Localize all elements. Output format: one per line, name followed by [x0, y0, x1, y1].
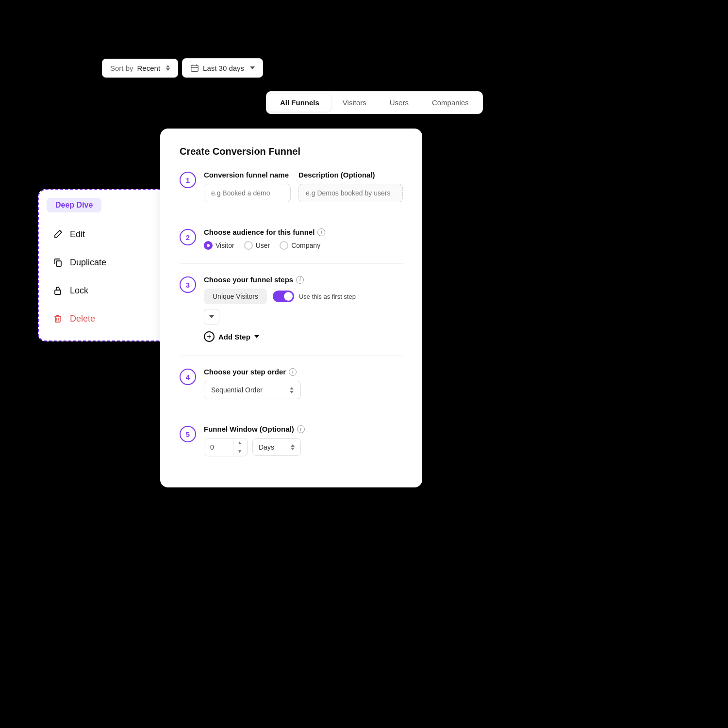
- lock-label: Lock: [70, 286, 88, 296]
- chevron-down-icon: [250, 66, 255, 69]
- add-step-label: Add Step: [218, 333, 250, 341]
- window-row: ▲ ▼ Days: [204, 438, 403, 456]
- step-4-circle: 4: [180, 369, 196, 385]
- unique-visitors-chip: Unique Visitors: [204, 289, 267, 304]
- card-header: Deep Dive: [47, 198, 165, 212]
- step-4-label: Choose your step order i: [204, 368, 403, 376]
- date-label: Last 30 days: [203, 64, 244, 72]
- form-panel: Create Conversion Funnel 1 Conversion fu…: [160, 129, 422, 487]
- description-input[interactable]: [298, 184, 403, 202]
- edit-icon: [52, 229, 63, 240]
- number-up-arrow[interactable]: ▲: [234, 438, 246, 447]
- collapse-step-button[interactable]: [204, 309, 219, 324]
- divider-3: [180, 356, 403, 356]
- duplicate-label: Duplicate: [70, 258, 106, 268]
- edit-label: Edit: [70, 229, 85, 240]
- step-2-circle: 2: [180, 229, 196, 245]
- description-label: Description (Optional): [298, 171, 403, 179]
- step-4-section: 4 Choose your step order i Sequential Or…: [180, 368, 403, 399]
- sort-label: Sort by: [110, 64, 133, 72]
- top-bar: Sort by Recent Last 30 days: [102, 58, 263, 78]
- visitor-radio[interactable]: [204, 241, 213, 250]
- window-value-field[interactable]: [204, 439, 233, 455]
- divider-4: [180, 413, 403, 413]
- select-arrows-icon: [290, 387, 294, 393]
- order-info-icon: i: [289, 368, 297, 376]
- user-option[interactable]: User: [244, 241, 270, 250]
- step-2-section: 2 Choose audience for this funnel i Visi…: [180, 228, 403, 250]
- svg-rect-4: [56, 261, 61, 266]
- chevron-down-icon: [209, 315, 214, 318]
- lock-icon: [52, 285, 63, 296]
- step-3-section: 3 Choose your funnel steps i Unique Visi…: [180, 275, 403, 342]
- trash-icon: [52, 313, 63, 324]
- step-1-circle: 1: [180, 172, 196, 188]
- duplicate-menu-item[interactable]: Duplicate: [47, 248, 165, 276]
- sort-value: Recent: [137, 64, 161, 72]
- toggle-group: Use this as first step: [273, 291, 356, 302]
- calendar-icon: [190, 64, 199, 72]
- svg-rect-0: [191, 65, 198, 72]
- step-5-label: Funnel Window (Optional) i: [204, 425, 403, 433]
- sort-arrows-icon: [166, 65, 170, 71]
- step-1-label: Conversion funnel name: [204, 171, 291, 179]
- step-1-section: 1 Conversion funnel name Description (Op…: [180, 171, 403, 202]
- step-3-label: Choose your funnel steps i: [204, 275, 403, 284]
- first-step-toggle[interactable]: [273, 291, 294, 302]
- step-5-content: Funnel Window (Optional) i ▲ ▼ Days: [204, 425, 403, 456]
- window-number-input[interactable]: ▲ ▼: [204, 438, 248, 456]
- lock-menu-item[interactable]: Lock: [47, 276, 165, 305]
- card-title: Deep Dive: [47, 198, 101, 212]
- tab-bar: All Funnels Visitors Users Companies: [266, 91, 483, 114]
- audience-radio-group: Visitor User Company: [204, 241, 403, 250]
- number-down-arrow[interactable]: ▼: [234, 447, 246, 456]
- menu-items-list: Edit Duplicate Lock: [47, 220, 165, 333]
- sort-control[interactable]: Sort by Recent: [102, 59, 178, 78]
- visitor-option[interactable]: Visitor: [204, 241, 234, 250]
- step-2-label: Choose audience for this funnel i: [204, 228, 403, 236]
- edit-menu-item[interactable]: Edit: [47, 220, 165, 248]
- add-icon: +: [204, 331, 215, 342]
- company-label: Company: [291, 242, 320, 249]
- step-1-content: Conversion funnel name Description (Opti…: [204, 171, 403, 202]
- svg-rect-5: [55, 290, 61, 294]
- step-2-content: Choose audience for this funnel i Visito…: [204, 228, 403, 250]
- company-radio[interactable]: [280, 241, 288, 250]
- tab-visitors[interactable]: Visitors: [331, 94, 378, 112]
- duplicate-icon: [52, 257, 63, 268]
- company-option[interactable]: Company: [280, 241, 320, 250]
- tab-companies[interactable]: Companies: [420, 94, 480, 112]
- tab-users[interactable]: Users: [378, 94, 420, 112]
- delete-menu-item[interactable]: Delete: [47, 305, 165, 333]
- step-5-circle: 5: [180, 426, 196, 442]
- visitor-label: Visitor: [215, 242, 234, 249]
- user-label: User: [256, 242, 270, 249]
- funnel-name-input[interactable]: [204, 184, 291, 202]
- window-info-icon: i: [297, 425, 305, 433]
- step-chip-row: Unique Visitors Use this as first step: [204, 289, 403, 304]
- steps-info-icon: i: [296, 276, 304, 284]
- days-value: Days: [259, 443, 274, 451]
- step-4-content: Choose your step order i Sequential Orde…: [204, 368, 403, 399]
- svg-rect-6: [55, 316, 60, 322]
- user-radio[interactable]: [244, 241, 253, 250]
- step-order-value: Sequential Order: [211, 386, 263, 394]
- days-select[interactable]: Days: [252, 438, 301, 456]
- audience-info-icon: i: [317, 228, 325, 236]
- divider-2: [180, 263, 403, 264]
- number-arrows: ▲ ▼: [233, 438, 246, 456]
- step-3-circle: 3: [180, 276, 196, 293]
- form-title: Create Conversion Funnel: [180, 146, 403, 157]
- context-menu-card: Deep Dive Edit Duplicate: [38, 189, 174, 341]
- add-step-chevron-icon: [254, 335, 259, 338]
- divider-1: [180, 216, 403, 216]
- tab-all-funnels[interactable]: All Funnels: [268, 94, 331, 112]
- toggle-label: Use this as first step: [299, 293, 356, 300]
- step-5-section: 5 Funnel Window (Optional) i ▲ ▼ Days: [180, 425, 403, 456]
- add-step-button[interactable]: + Add Step: [204, 331, 403, 342]
- step-order-select[interactable]: Sequential Order: [204, 381, 301, 399]
- delete-label: Delete: [70, 314, 95, 324]
- step-3-content: Choose your funnel steps i Unique Visito…: [204, 275, 403, 342]
- days-arrows-icon: [291, 444, 295, 450]
- date-filter[interactable]: Last 30 days: [182, 58, 263, 78]
